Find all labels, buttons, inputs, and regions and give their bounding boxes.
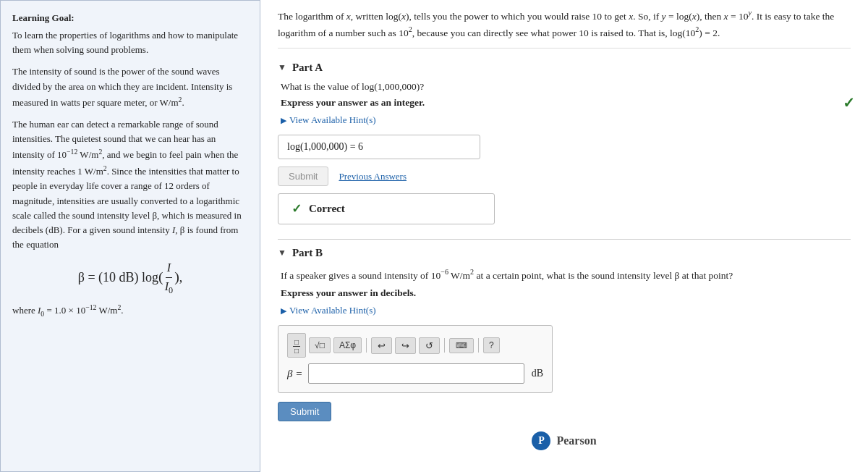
- part-b-header[interactable]: ▼ Part B: [278, 247, 851, 259]
- keyboard-button[interactable]: ⌨: [449, 338, 474, 353]
- db-unit-label: dB: [532, 368, 543, 379]
- part-a-header[interactable]: ▼ Part A: [278, 62, 851, 74]
- hint-link-text: View Available Hint(s): [289, 114, 376, 126]
- part-a-submit-row: Submit Previous Answers: [278, 167, 851, 186]
- sidebar: Learning Goal: To learn the properties o…: [0, 0, 260, 472]
- hint-triangle: ▶: [281, 116, 286, 125]
- part-a-section: ▼ Part A What is the value of log(1,000,…: [278, 62, 851, 224]
- toolbar-separator2: [444, 338, 445, 353]
- sidebar-where: where I0 = 1.0 × 10−12 W/m2.: [12, 302, 248, 319]
- part-b-express: Express your answer in decibels.: [281, 287, 851, 299]
- pearson-footer: P Pearson: [278, 431, 851, 450]
- sidebar-equation: β = (10 dB) log(II0),: [12, 259, 248, 298]
- help-button[interactable]: ?: [483, 337, 500, 353]
- part-b-triangle: ▼: [278, 248, 286, 258]
- main-content: The logarithm of x, written log(x), tell…: [260, 0, 868, 472]
- learning-goal-title: Learning Goal:: [12, 11, 248, 25]
- part-a-checkmark: ✓: [843, 94, 855, 111]
- part-b-label: Part B: [292, 247, 323, 259]
- symbol-button[interactable]: ΑΣφ: [333, 337, 362, 353]
- part-b-hint-text: View Available Hint(s): [289, 305, 376, 316]
- part-b-question: If a speaker gives a sound intensity of …: [281, 266, 851, 283]
- sidebar-para1: The intensity of sound is the power of t…: [12, 64, 248, 110]
- fraction-button[interactable]: □ □: [287, 333, 306, 358]
- undo-button[interactable]: ↩: [371, 337, 392, 354]
- part-b-hint-link[interactable]: ▶ View Available Hint(s): [281, 305, 851, 316]
- toolbar-separator3: [478, 338, 479, 353]
- redo-button[interactable]: ↪: [395, 337, 416, 354]
- part-b-hint-triangle: ▶: [281, 306, 286, 316]
- sqrt-button[interactable]: √□: [309, 337, 331, 353]
- part-a-express: Express your answer as an integer.: [281, 97, 851, 109]
- correct-label: Correct: [309, 203, 345, 215]
- math-input-area: □ □ √□ ΑΣφ ↩ ↪ ↺ ⌨ ? β: [278, 325, 553, 393]
- part-b-section: ▼ Part B If a speaker gives a sound inte…: [278, 247, 851, 450]
- correct-check-icon: ✓: [292, 201, 302, 216]
- correct-banner: ✓ Correct: [278, 193, 495, 224]
- part-a-label: Part A: [292, 62, 323, 74]
- math-input-row: β = dB: [287, 363, 543, 384]
- part-a-submit-button[interactable]: Submit: [278, 167, 328, 186]
- pearson-brand: Pearson: [556, 434, 596, 447]
- part-divider: [278, 239, 851, 240]
- pearson-logo: P: [532, 431, 550, 450]
- part-a-prev-answers[interactable]: Previous Answers: [339, 171, 407, 182]
- beta-equals-label: β =: [287, 368, 302, 380]
- part-a-question: What is the value of log(1,000,000)?: [281, 81, 851, 93]
- part-a-answer-display: log(1,000,000) = 6: [278, 135, 480, 159]
- part-a-hint-link[interactable]: ▶ View Available Hint(s): [281, 114, 851, 126]
- sidebar-para2: The human ear can detect a remarkable ra…: [12, 117, 248, 252]
- part-b-submit-button[interactable]: Submit: [278, 402, 331, 421]
- math-toolbar: □ □ √□ ΑΣφ ↩ ↪ ↺ ⌨ ?: [287, 333, 543, 358]
- learning-goal-text: To learn the properties of logarithms an…: [12, 28, 248, 57]
- toolbar-separator: [366, 338, 367, 353]
- refresh-button[interactable]: ↺: [419, 337, 440, 354]
- part-a-triangle: ▼: [278, 62, 286, 73]
- beta-input-field[interactable]: [308, 363, 524, 384]
- intro-text: The logarithm of x, written log(x), tell…: [278, 7, 851, 49]
